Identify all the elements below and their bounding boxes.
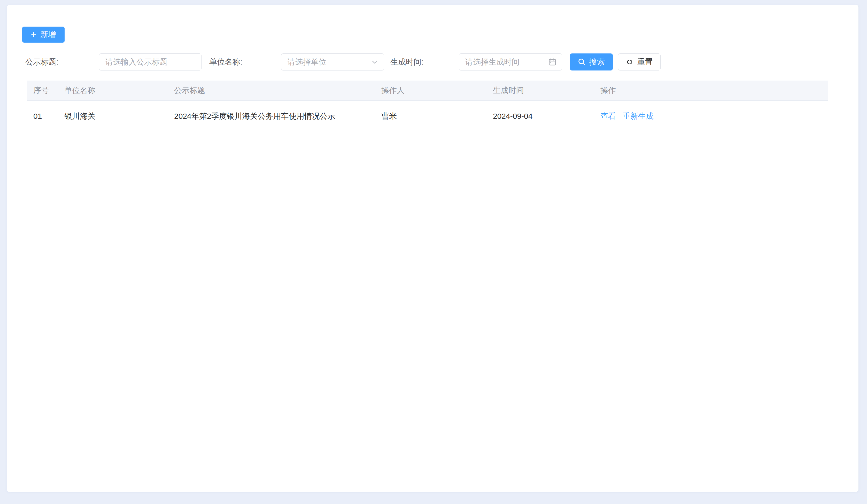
regenerate-link[interactable]: 重新生成 — [623, 111, 654, 122]
plus-icon: + — [31, 30, 36, 39]
notice-table: 序号 单位名称 公示标题 操作人 生成时间 操作 01 银川海关 2024年第2… — [27, 80, 828, 132]
add-button-label: 新增 — [41, 30, 56, 40]
refresh-left-icon — [626, 58, 634, 66]
cell-actions: 查看 重新生成 — [594, 101, 828, 132]
time-picker-input[interactable]: 请选择生成时间 — [459, 53, 562, 70]
title-filter-input[interactable] — [99, 53, 202, 70]
col-header-generated-at: 生成时间 — [487, 80, 594, 100]
content-card: + 新增 公示标题: 单位名称: 请选择单位 生成时间: 请选择生成时间 — [7, 5, 859, 492]
cell-generated-at: 2024-09-04 — [487, 101, 594, 132]
unit-select-placeholder: 请选择单位 — [288, 57, 371, 67]
search-button-label: 搜索 — [589, 57, 605, 67]
cell-seq: 01 — [27, 101, 58, 132]
view-link[interactable]: 查看 — [600, 111, 616, 122]
cell-unit: 银川海关 — [58, 101, 168, 132]
search-button[interactable]: 搜索 — [570, 53, 613, 70]
chevron-down-icon — [371, 58, 379, 66]
unit-filter-label: 单位名称: — [209, 57, 281, 67]
col-header-unit: 单位名称 — [58, 80, 168, 100]
col-header-title: 公示标题 — [168, 80, 375, 100]
table-row: 01 银川海关 2024年第2季度银川海关公务用车使用情况公示 曹米 2024-… — [27, 101, 828, 132]
reset-button-label: 重置 — [637, 57, 653, 67]
search-icon — [578, 58, 586, 66]
title-filter-label: 公示标题: — [25, 57, 99, 67]
calendar-icon — [548, 57, 557, 66]
col-header-operator: 操作人 — [375, 80, 487, 100]
cell-operator: 曹米 — [375, 101, 487, 132]
cell-title: 2024年第2季度银川海关公务用车使用情况公示 — [168, 101, 375, 132]
reset-button[interactable]: 重置 — [618, 53, 661, 70]
table-header-row: 序号 单位名称 公示标题 操作人 生成时间 操作 — [27, 80, 828, 101]
filter-bar: 公示标题: 单位名称: 请选择单位 生成时间: 请选择生成时间 — [25, 53, 858, 71]
time-filter-label: 生成时间: — [390, 57, 459, 67]
unit-select[interactable]: 请选择单位 — [281, 53, 384, 70]
add-button[interactable]: + 新增 — [22, 26, 65, 43]
col-header-seq: 序号 — [27, 80, 58, 100]
col-header-actions: 操作 — [594, 80, 828, 100]
time-picker-placeholder: 请选择生成时间 — [465, 57, 548, 67]
